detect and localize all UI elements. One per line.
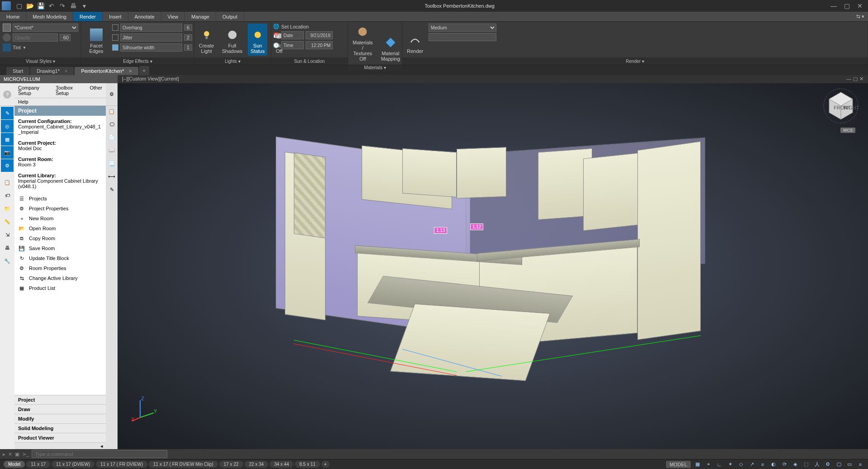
tool-spiral-icon[interactable]: ◎ — [1, 120, 14, 133]
status-dynucs-icon[interactable]: ⬚ — [802, 460, 810, 469]
acc-modify[interactable]: Modify — [14, 414, 106, 423]
status-snap-icon[interactable]: ⌖ — [704, 460, 712, 469]
visual-style-select[interactable]: *Current* — [13, 24, 78, 32]
acc-draw[interactable]: Draw — [14, 404, 106, 414]
status-model-label[interactable]: MODEL — [666, 461, 691, 468]
status-osnap-icon[interactable]: ◇ — [737, 460, 745, 469]
mv-menu-other[interactable]: Other — [90, 85, 102, 96]
tool-print-icon[interactable]: 🖶 — [1, 242, 14, 254]
jitter-checkbox[interactable] — [112, 34, 118, 41]
status-customize-icon[interactable]: ≡ — [856, 460, 864, 469]
mv-menu-company[interactable]: Company Setup — [18, 85, 48, 96]
sheet-11x17-frdview[interactable]: 11 x 17 ( FR DVIEW) — [96, 461, 147, 468]
mv-item-copy-room[interactable]: ⧉Copy Room — [14, 233, 106, 243]
doc-tab-pemberton[interactable]: PembertonKitchen* × — [75, 67, 138, 75]
rt-measure-icon[interactable]: ⟷ — [108, 174, 115, 180]
qat-save-icon[interactable]: 💾 — [36, 1, 45, 10]
qat-print-icon[interactable]: 🖶 — [69, 1, 78, 10]
group-title-lights[interactable]: Lights ▾ — [194, 57, 271, 65]
tab-mesh-modeling[interactable]: Mesh Modeling — [26, 12, 73, 21]
cmd-collapse-icon[interactable]: ▸ — [3, 451, 5, 457]
sheet-11x17-frdview-minclip[interactable]: 11 x 17 ( FR DVIEW Min Clip) — [149, 461, 218, 468]
time-input[interactable] — [306, 41, 333, 49]
render-button[interactable]: Render — [404, 24, 426, 56]
tab-render[interactable]: Render — [73, 12, 103, 21]
rt-book-icon[interactable]: 📖 — [108, 147, 115, 153]
mv-item-projects[interactable]: ☰Projects — [14, 194, 106, 204]
qat-undo-icon[interactable]: ↶ — [47, 1, 56, 10]
silhouette-input[interactable] — [120, 43, 182, 52]
mv-item-update-title-block[interactable]: ↻Update Title Block — [14, 253, 106, 263]
sun-status-button[interactable]: Sun Status — [248, 24, 267, 56]
mv-item-open-room[interactable]: 📂Open Room — [14, 223, 106, 233]
vp-maximize-icon[interactable]: ▢ — [853, 76, 858, 81]
status-monitor-icon[interactable]: 🖵 — [835, 460, 843, 469]
qat-dropdown-icon[interactable]: ▾ — [80, 1, 89, 10]
rt-clipboard-icon[interactable]: 📋 — [108, 109, 115, 114]
help-icon[interactable]: ? — [3, 90, 11, 99]
tool-wrench-icon[interactable]: 🔧 — [1, 255, 14, 267]
qat-open-icon[interactable]: 📂 — [25, 1, 34, 10]
mv-item-save-room[interactable]: 💾Save Room — [14, 243, 106, 253]
date-input[interactable] — [306, 31, 333, 39]
overhang-input[interactable] — [120, 24, 182, 32]
render-quality-select[interactable]: Medium — [429, 24, 496, 32]
tool-cube-icon[interactable]: ▦ — [1, 133, 14, 146]
opacity-input[interactable] — [13, 33, 58, 42]
create-light-button[interactable]: Create Light — [196, 24, 217, 56]
mv-item-product-list[interactable]: ▦Product List — [14, 283, 106, 293]
tool-camera-icon[interactable]: 📷 — [1, 146, 14, 159]
tool-gear-icon[interactable]: ⚙ — [1, 159, 14, 172]
status-clean-icon[interactable]: ▭ — [845, 460, 854, 469]
close-tab-icon[interactable]: × — [65, 68, 67, 74]
sheet-model[interactable]: Model — [4, 461, 25, 468]
view-cube[interactable]: FRONT RIGHT — [823, 88, 859, 124]
tab-view[interactable]: View — [161, 12, 185, 21]
status-polar-icon[interactable]: ✶ — [726, 460, 734, 469]
viewport-label[interactable]: [–][Custom View][Current] — [122, 76, 179, 82]
status-transparency-icon[interactable]: ◐ — [769, 460, 778, 469]
overhang-checkbox[interactable] — [112, 24, 118, 31]
acc-product-viewer[interactable]: Product Viewer — [14, 433, 106, 443]
vp-close-icon[interactable]: ✕ — [859, 76, 863, 81]
mv-item-room-properties[interactable]: ⚙Room Properties — [14, 263, 106, 273]
tool-clipboard-icon[interactable]: 📋 — [1, 176, 14, 189]
doc-tab-drawing1[interactable]: Drawing1* × — [30, 67, 74, 75]
tab-insert[interactable]: Insert — [103, 12, 128, 21]
status-annoscale-icon[interactable]: 人 — [813, 460, 821, 469]
tab-output[interactable]: Output — [216, 12, 244, 21]
tool-tag-icon[interactable]: 🏷 — [1, 189, 14, 202]
sheet-11x17-dview[interactable]: 11 x 17 (DVIEW) — [52, 461, 94, 468]
status-3dosnap-icon[interactable]: ◈ — [791, 460, 799, 469]
status-grid-icon[interactable]: ▦ — [693, 460, 702, 469]
mv-item-new-room[interactable]: ＋New Room — [14, 213, 106, 223]
sheet-34x44[interactable]: 34 x 44 — [269, 461, 293, 468]
close-button[interactable]: ✕ — [857, 2, 863, 9]
status-workspace-icon[interactable]: ⚙ — [824, 460, 832, 469]
status-ortho-icon[interactable]: ∟ — [715, 460, 723, 469]
mv-help[interactable]: Help — [14, 98, 106, 106]
status-otrack-icon[interactable]: ↗ — [748, 460, 756, 469]
render-output-input[interactable] — [429, 33, 496, 41]
tab-home[interactable]: Home — [0, 12, 26, 21]
doc-tab-start[interactable]: Start — [6, 67, 29, 75]
status-cycle-icon[interactable]: ⟳ — [780, 460, 788, 469]
facet-edges-button[interactable]: Facet Edges — [83, 24, 109, 56]
acc-project[interactable]: Project — [14, 395, 106, 404]
sheet-17x22[interactable]: 17 x 22 — [219, 461, 243, 468]
close-tab-icon[interactable]: × — [129, 68, 132, 74]
mv-item-project-properties[interactable]: ⚙Project Properties — [14, 204, 106, 213]
app-icon[interactable] — [2, 1, 11, 10]
set-location-button[interactable]: Set Location — [281, 24, 309, 29]
group-title-materials[interactable]: Materials ▾ — [348, 65, 402, 70]
rt-screen-icon[interactable]: 🖵 — [109, 122, 114, 127]
tool-export-icon[interactable]: ⇲ — [1, 228, 14, 241]
mv-item-change-library[interactable]: ⇆Change Active Library — [14, 273, 106, 283]
collapse-panel-icon[interactable]: ◂ — [100, 443, 103, 449]
group-title-render[interactable]: Render ▾ — [402, 57, 868, 65]
tool-folder-icon[interactable]: 📁 — [1, 202, 14, 215]
minimize-button[interactable]: — — [830, 2, 837, 9]
maximize-button[interactable]: ▢ — [844, 2, 850, 9]
tab-manage[interactable]: Manage — [185, 12, 216, 21]
status-lineweight-icon[interactable]: ≡ — [759, 460, 767, 469]
